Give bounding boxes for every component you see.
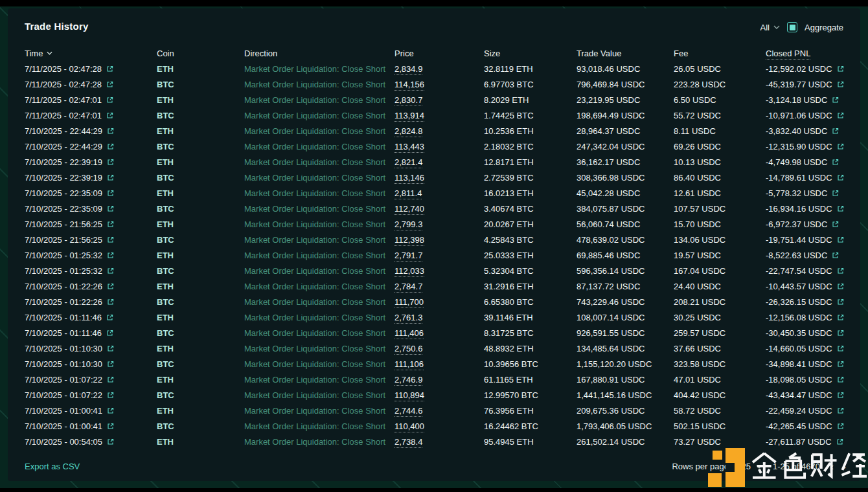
external-link-icon[interactable] bbox=[837, 65, 844, 73]
size-cell: 16.24462 BTC bbox=[484, 421, 577, 431]
time-cell: 7/10/2025 - 01:00:41 bbox=[25, 421, 157, 431]
external-link-icon[interactable] bbox=[837, 283, 844, 290]
external-link-icon[interactable] bbox=[107, 407, 114, 414]
direction-cell: Market Order Liquidation: Close Short bbox=[244, 344, 394, 353]
external-link-icon[interactable] bbox=[837, 314, 844, 321]
column-header-fee: Fee bbox=[674, 49, 766, 58]
trade-value-cell: 209,675.36 USDC bbox=[577, 406, 674, 416]
external-link-icon[interactable] bbox=[107, 298, 114, 306]
size-cell: 76.3956 ETH bbox=[484, 406, 577, 416]
aggregate-checkbox[interactable] bbox=[787, 22, 797, 32]
time-cell: 7/10/2025 - 21:56:25 bbox=[25, 219, 157, 229]
price-cell: 113,146 bbox=[394, 173, 484, 183]
external-link-icon[interactable] bbox=[837, 407, 844, 414]
time-cell: 7/10/2025 - 22:39:19 bbox=[25, 157, 157, 167]
external-link-icon[interactable] bbox=[837, 81, 844, 88]
column-header-time[interactable]: Time bbox=[25, 49, 157, 58]
trade-value-cell: 198,694.49 USDC bbox=[577, 111, 674, 120]
size-cell: 2.72539 BTC bbox=[484, 173, 577, 183]
external-link-icon[interactable] bbox=[837, 330, 844, 337]
fee-cell: 47.01 USDC bbox=[674, 375, 766, 385]
external-link-icon[interactable] bbox=[107, 361, 114, 368]
external-link-icon[interactable] bbox=[106, 65, 113, 73]
fee-cell: 30.25 USDC bbox=[674, 313, 766, 322]
table-row: 7/10/2025 - 22:39:19 BTC Market Order Li… bbox=[25, 170, 851, 185]
external-link-icon[interactable] bbox=[837, 376, 844, 383]
fee-cell: 19.57 USDC bbox=[674, 251, 766, 260]
external-link-icon[interactable] bbox=[107, 205, 114, 212]
external-link-icon[interactable] bbox=[107, 376, 114, 383]
time-cell: 7/10/2025 - 22:39:19 bbox=[25, 173, 157, 183]
external-link-icon[interactable] bbox=[106, 112, 113, 119]
time-cell: 7/10/2025 - 22:44:29 bbox=[25, 126, 157, 136]
external-link-icon[interactable] bbox=[837, 298, 844, 306]
external-link-icon[interactable] bbox=[107, 128, 114, 135]
direction-cell: Market Order Liquidation: Close Short bbox=[244, 282, 394, 291]
external-link-icon[interactable] bbox=[106, 96, 113, 104]
external-link-icon[interactable] bbox=[107, 252, 114, 259]
fee-cell: 37.66 USDC bbox=[674, 344, 766, 353]
external-link-icon[interactable] bbox=[837, 236, 844, 243]
external-link-icon[interactable] bbox=[107, 423, 114, 430]
external-link-icon[interactable] bbox=[106, 330, 113, 337]
closed-pnl-cell: -18,098.05 USDC bbox=[766, 375, 851, 385]
external-link-icon[interactable] bbox=[836, 438, 843, 445]
price-cell: 2,784.7 bbox=[394, 282, 484, 291]
coin-cell: ETH bbox=[157, 95, 244, 105]
coin-cell: ETH bbox=[157, 406, 244, 416]
closed-pnl-cell: -22,459.24 USDC bbox=[766, 406, 851, 416]
external-link-icon[interactable] bbox=[107, 345, 114, 352]
fee-cell: 404.42 USDC bbox=[674, 390, 766, 400]
external-link-icon[interactable] bbox=[107, 283, 114, 290]
closed-pnl-cell: -12,156.08 USDC bbox=[766, 313, 851, 322]
external-link-icon[interactable] bbox=[107, 143, 114, 150]
external-link-icon[interactable] bbox=[106, 81, 113, 88]
price-cell: 2,824.8 bbox=[394, 126, 484, 136]
external-link-icon[interactable] bbox=[837, 392, 844, 399]
external-link-icon[interactable] bbox=[107, 159, 114, 166]
size-cell: 39.1146 ETH bbox=[484, 313, 577, 322]
external-link-icon[interactable] bbox=[832, 96, 839, 104]
table-row: 7/10/2025 - 01:00:41 BTC Market Order Li… bbox=[25, 418, 851, 434]
fee-cell: 12.61 USDC bbox=[674, 188, 766, 198]
external-link-icon[interactable] bbox=[107, 438, 114, 445]
external-link-icon[interactable] bbox=[832, 190, 839, 197]
fee-cell: 73.27 USDC bbox=[674, 437, 766, 447]
coin-cell: ETH bbox=[157, 126, 244, 136]
external-link-icon[interactable] bbox=[107, 221, 114, 228]
external-link-icon[interactable] bbox=[832, 159, 839, 166]
trade-value-cell: 1,793,406.05 USDC bbox=[577, 421, 674, 431]
external-link-icon[interactable] bbox=[837, 345, 844, 352]
external-link-icon[interactable] bbox=[837, 205, 844, 212]
external-link-icon[interactable] bbox=[107, 267, 114, 274]
external-link-icon[interactable] bbox=[837, 267, 844, 274]
size-cell: 61.1165 ETH bbox=[484, 375, 577, 385]
closed-pnl-cell: -22,747.54 USDC bbox=[766, 266, 851, 276]
export-csv-button[interactable]: Export as CSV bbox=[25, 462, 80, 471]
coin-cell: BTC bbox=[157, 297, 244, 307]
coin-filter-dropdown[interactable]: All bbox=[760, 23, 780, 32]
size-cell: 12.8171 ETH bbox=[484, 157, 577, 167]
external-link-icon[interactable] bbox=[107, 236, 114, 243]
coin-cell: BTC bbox=[157, 421, 244, 431]
size-cell: 16.0213 ETH bbox=[484, 188, 577, 198]
external-link-icon[interactable] bbox=[107, 392, 114, 399]
fee-cell: 107.57 USDC bbox=[674, 204, 766, 214]
external-link-icon[interactable] bbox=[832, 252, 839, 259]
external-link-icon[interactable] bbox=[837, 423, 844, 430]
external-link-icon[interactable] bbox=[107, 174, 114, 181]
external-link-icon[interactable] bbox=[837, 143, 844, 150]
external-link-icon[interactable] bbox=[106, 314, 113, 321]
size-cell: 31.2916 ETH bbox=[484, 282, 577, 291]
external-link-icon[interactable] bbox=[837, 361, 844, 368]
bottom-letterbox-bar bbox=[0, 488, 868, 492]
external-link-icon[interactable] bbox=[107, 190, 114, 197]
table-row: 7/11/2025 - 02:47:01 ETH Market Order Li… bbox=[25, 92, 851, 107]
column-header-closed-pnl[interactable]: Closed PNL bbox=[766, 49, 851, 58]
direction-cell: Market Order Liquidation: Close Short bbox=[244, 173, 394, 183]
price-cell: 2,791.7 bbox=[394, 251, 484, 260]
external-link-icon[interactable] bbox=[837, 174, 844, 181]
external-link-icon[interactable] bbox=[832, 221, 839, 228]
external-link-icon[interactable] bbox=[837, 112, 844, 119]
external-link-icon[interactable] bbox=[832, 128, 839, 135]
